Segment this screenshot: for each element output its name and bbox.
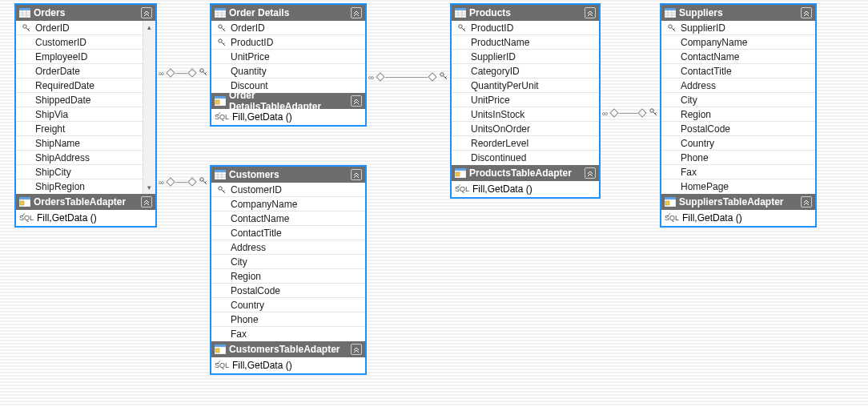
column-row[interactable]: SupplierID	[452, 50, 599, 64]
adapter-method-row[interactable]: SQLFill,GetData ()	[452, 181, 599, 197]
collapse-icon[interactable]	[351, 95, 362, 107]
column-row[interactable]: City	[661, 93, 815, 107]
table-orderDetails[interactable]: Order DetailsOrderIDProductIDUnitPriceQu…	[210, 3, 367, 127]
column-row[interactable]: OrderDate	[16, 64, 143, 79]
column-row[interactable]: Phone	[211, 312, 365, 327]
adapter-header[interactable]: ProductsTableAdapter	[452, 165, 599, 181]
column-row[interactable]: ProductName	[452, 35, 599, 50]
column-row[interactable]: UnitPrice	[211, 50, 365, 64]
column-row[interactable]: EmployeeID	[16, 50, 143, 64]
column-row[interactable]: QuantityPerUnit	[452, 79, 599, 93]
column-row[interactable]: CompanyName	[661, 35, 815, 50]
column-name: Region	[679, 108, 815, 121]
column-row[interactable]: Phone	[661, 151, 815, 165]
column-row[interactable]: SupplierID	[661, 21, 815, 35]
table-products[interactable]: ProductsProductIDProductNameSupplierIDCa…	[450, 3, 601, 199]
svg-rect-13	[19, 10, 30, 18]
relationship-connector[interactable]: ∞	[157, 72, 210, 74]
column-row[interactable]: PostalCode	[211, 284, 365, 298]
column-row[interactable]: ContactTitle	[661, 64, 815, 79]
column-row[interactable]: OrderID	[16, 21, 143, 35]
column-name: EmployeeID	[34, 50, 143, 63]
column-row[interactable]: Country	[661, 136, 815, 151]
table-suppliers[interactable]: SuppliersSupplierIDCompanyNameContactNam…	[660, 3, 817, 228]
collapse-icon[interactable]	[801, 196, 812, 208]
adapter-method-row[interactable]: SQLFill,GetData ()	[211, 357, 365, 373]
column-name: ProductID	[229, 36, 365, 49]
column-row[interactable]: Region	[211, 269, 365, 284]
column-row[interactable]: OrderID	[211, 21, 365, 35]
svg-rect-25	[215, 10, 226, 18]
column-name: QuantityPerUnit	[469, 79, 599, 92]
column-row[interactable]: HomePage	[661, 179, 815, 194]
column-row[interactable]: ProductID	[211, 35, 365, 50]
column-row[interactable]: ContactName	[211, 212, 365, 226]
column-row[interactable]: CompanyName	[211, 197, 365, 212]
collapse-icon[interactable]	[351, 169, 362, 180]
collapse-icon[interactable]	[801, 7, 812, 18]
column-row[interactable]: Region	[661, 107, 815, 122]
adapter-header[interactable]: CustomersTableAdapter	[211, 341, 365, 357]
adapter-header[interactable]: Order DetailsTableAdapter	[211, 93, 365, 109]
column-row[interactable]: UnitsInStock	[452, 107, 599, 122]
relationship-connector[interactable]: ∞	[367, 76, 450, 78]
column-row[interactable]: RequiredDate	[16, 79, 143, 93]
column-row[interactable]: ShipRegion	[16, 179, 143, 194]
table-customers[interactable]: CustomersCustomerIDCompanyNameContactNam…	[210, 165, 367, 375]
column-row[interactable]: ShippedDate	[16, 93, 143, 107]
relationship-connector[interactable]: ∞	[601, 112, 660, 114]
collapse-icon[interactable]	[585, 7, 596, 18]
column-row[interactable]: City	[211, 255, 365, 269]
scroll-down-icon[interactable]: ▾	[143, 181, 155, 194]
adapter-header[interactable]: SuppliersTableAdapter	[661, 194, 815, 210]
table-header[interactable]: Products	[452, 5, 599, 21]
collapse-icon[interactable]	[585, 167, 596, 179]
table-header[interactable]: Customers	[211, 167, 365, 183]
column-row[interactable]: CategoryID	[452, 64, 599, 79]
column-name: OrderID	[229, 22, 365, 34]
scrollbar[interactable]: ▴▾	[143, 21, 155, 194]
relation-diamond-icon	[428, 72, 436, 81]
column-row[interactable]: Address	[661, 79, 815, 93]
column-row[interactable]: ShipAddress	[16, 151, 143, 165]
column-row[interactable]: ReorderLevel	[452, 136, 599, 151]
column-name: HomePage	[679, 180, 815, 193]
column-row[interactable]: ShipName	[16, 136, 143, 151]
column-row[interactable]: Fax	[211, 327, 365, 341]
column-row[interactable]: UnitsOnOrder	[452, 122, 599, 136]
adapter-method-row[interactable]: SQLFill,GetData ()	[211, 109, 365, 125]
column-row[interactable]: ShipVia	[16, 107, 143, 122]
column-row[interactable]: ShipCity	[16, 165, 143, 179]
svg-rect-60	[665, 197, 676, 199]
column-row[interactable]: UnitPrice	[452, 93, 599, 107]
column-row[interactable]: Fax	[661, 165, 815, 179]
column-row[interactable]: Quantity	[211, 64, 365, 79]
column-row[interactable]: Discontinued	[452, 151, 599, 165]
collapse-icon[interactable]	[351, 7, 362, 18]
adapter-method: Fill,GetData ()	[682, 212, 742, 224]
table-header[interactable]: Order Details	[211, 5, 365, 21]
scroll-up-icon[interactable]: ▴	[143, 21, 155, 34]
adapter-header[interactable]: OrdersTableAdapter	[16, 194, 155, 210]
table-title: Products	[469, 7, 581, 18]
column-row[interactable]: PostalCode	[661, 122, 815, 136]
column-row[interactable]: CustomerID	[211, 183, 365, 197]
table-header[interactable]: Suppliers	[661, 5, 815, 21]
collapse-icon[interactable]	[141, 7, 152, 18]
column-row[interactable]: Address	[211, 240, 365, 255]
column-row[interactable]: CustomerID	[16, 35, 143, 50]
collapse-icon[interactable]	[351, 344, 362, 355]
column-row[interactable]: Country	[211, 298, 365, 312]
adapter-method: Fill,GetData ()	[232, 111, 292, 123]
column-name: Phone	[679, 151, 815, 164]
column-row[interactable]: ProductID	[452, 21, 599, 35]
relationship-connector[interactable]: ∞	[157, 181, 210, 183]
column-row[interactable]: ContactTitle	[211, 226, 365, 240]
adapter-method-row[interactable]: SQLFill,GetData ()	[661, 210, 815, 226]
collapse-icon[interactable]	[141, 196, 152, 208]
column-row[interactable]: ContactName	[661, 50, 815, 64]
table-orders[interactable]: OrdersOrderIDCustomerIDEmployeeIDOrderDa…	[14, 3, 157, 228]
adapter-method-row[interactable]: SQLFill,GetData ()	[16, 210, 155, 226]
column-row[interactable]: Freight	[16, 122, 143, 136]
table-header[interactable]: Orders	[16, 5, 155, 21]
